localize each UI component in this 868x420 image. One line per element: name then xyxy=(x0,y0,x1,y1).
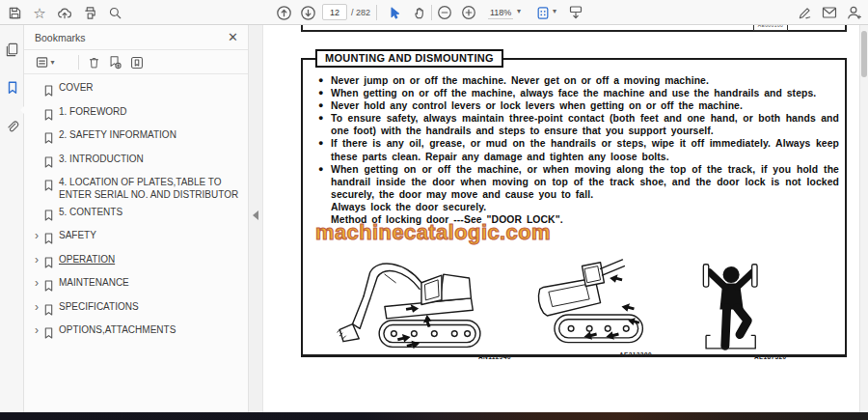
bullet-dot: ● xyxy=(318,99,331,112)
bookmark-icon xyxy=(43,230,56,248)
next-page-icon[interactable] xyxy=(297,3,318,22)
bookmark-options-icon[interactable]: ▾ xyxy=(32,53,59,71)
star-icon[interactable]: ☆ xyxy=(29,3,50,22)
bookmarks-panel-icon[interactable] xyxy=(0,73,24,102)
new-bookmark-icon[interactable] xyxy=(105,53,124,71)
print-icon[interactable] xyxy=(79,3,100,22)
fit-page-icon[interactable] xyxy=(532,3,554,22)
zoom-out-icon[interactable] xyxy=(434,3,455,22)
bookmarks-toolbar: ▾ xyxy=(24,50,248,74)
bullet-item: ● Never jump on or off the machine. Neve… xyxy=(318,74,839,87)
bullet-item: ● Never hold any control levers or lock … xyxy=(318,99,839,112)
expand-chevron-icon[interactable]: › xyxy=(30,230,43,241)
previous-page-icon[interactable] xyxy=(273,3,294,22)
fill-sign-icon[interactable] xyxy=(794,3,815,22)
expand-chevron-icon[interactable]: › xyxy=(30,277,43,289)
bookmark-icon xyxy=(43,82,56,100)
bookmark-icon xyxy=(43,106,56,125)
figures-row: AN112940 AE313290 AL187320 xyxy=(303,258,849,356)
pdf-viewer-window: ☆ / 282 118% xyxy=(0,0,868,420)
bookmark-item-specifications[interactable]: › SPECIFICATIONS xyxy=(30,301,244,320)
bookmark-item-foreword[interactable]: 1. FOREWORD xyxy=(30,106,244,125)
bookmarks-header: Bookmarks ✕ xyxy=(24,25,248,50)
expand-chevron-icon[interactable]: › xyxy=(30,254,43,266)
lock-door-line: Always lock the door securely. xyxy=(331,201,839,213)
navigation-rail xyxy=(0,25,24,412)
panel-splitter[interactable] xyxy=(249,25,263,412)
bullet-item: ● When getting on or off the machine, al… xyxy=(318,87,839,99)
tools-separator xyxy=(78,55,79,70)
figure-code-1: AN112940 xyxy=(478,353,511,360)
collapse-panel-icon[interactable] xyxy=(253,210,258,220)
scroll-mode-icon[interactable] xyxy=(565,3,586,22)
save-icon[interactable] xyxy=(4,3,25,22)
bookmark-item-contents[interactable]: 5. CONTENTS xyxy=(30,207,244,225)
share-upload-icon[interactable] xyxy=(54,3,75,22)
scrollbar-thumb[interactable] xyxy=(861,31,867,77)
bullet-item: ● To ensure safety, always maintain thre… xyxy=(318,112,839,137)
bookmark-icon xyxy=(43,154,56,172)
page-count-label: / 282 xyxy=(351,8,370,17)
bookmark-icon xyxy=(43,129,56,148)
expand-chevron-icon[interactable]: › xyxy=(30,324,43,336)
bottom-window-edge xyxy=(0,412,868,420)
excavator-rear-figure xyxy=(529,258,655,354)
bullet-dot: ● xyxy=(318,74,331,87)
page-thumbnails-icon[interactable] xyxy=(0,35,24,64)
bookmark-item-options-attachments[interactable]: › OPTIONS,ATTACHMENTS xyxy=(30,324,244,343)
figure-code-2: AE313290 xyxy=(619,351,652,358)
bookmark-icon xyxy=(43,177,56,195)
section-title: MOUNTING AND DISMOUNTING xyxy=(315,49,503,68)
bookmark-icon xyxy=(43,301,56,320)
zoom-level-value[interactable]: 118% xyxy=(488,8,513,19)
watermark-text: machinecatalogic.com xyxy=(315,220,551,245)
bookmark-item-safety[interactable]: › SAFETY xyxy=(30,230,244,248)
attachments-icon[interactable] xyxy=(0,112,24,141)
zoom-in-icon[interactable] xyxy=(458,3,479,22)
toolbar-separator xyxy=(431,5,432,20)
page-number-input[interactable] xyxy=(322,4,347,20)
safety-bullet-list: ● Never jump on or off the machine. Neve… xyxy=(318,74,839,226)
bookmarks-list: COVER 1. FOREWORD 2. SAFETY INFORMATION … xyxy=(24,74,248,343)
bullet-item: ● If there is any oil, grease, or mud on… xyxy=(318,137,839,162)
bookmarks-panel: Bookmarks ✕ ▾ COVER xyxy=(24,25,249,412)
profile-icon[interactable] xyxy=(843,3,864,22)
figure-code-3: AL187320 xyxy=(754,353,787,360)
bookmark-icon xyxy=(43,324,56,343)
search-icon[interactable] xyxy=(104,3,125,22)
three-point-contact-figure xyxy=(689,263,775,356)
bookmark-item-introduction[interactable]: 3. INTRODUCTION xyxy=(30,154,244,172)
bullet-dot: ● xyxy=(318,137,331,162)
email-icon[interactable] xyxy=(819,3,840,22)
fit-dropdown-icon[interactable]: ▾ xyxy=(553,7,556,15)
bookmark-icon xyxy=(43,254,56,272)
bullet-item: ● When getting on or off the machine, or… xyxy=(318,163,839,201)
bookmark-item-operation[interactable]: › OPERATION xyxy=(30,254,244,272)
close-panel-icon[interactable]: ✕ xyxy=(228,30,238,44)
top-toolbar: ☆ / 282 118% xyxy=(0,0,868,25)
bullet-dot: ● xyxy=(318,112,331,137)
bullet-dot: ● xyxy=(318,87,331,99)
document-scrollbar[interactable] xyxy=(859,25,868,412)
toolbar-separator xyxy=(376,5,377,20)
bookmark-item-safety-information[interactable]: 2. SAFETY INFORMATION xyxy=(30,129,244,148)
bookmark-icon xyxy=(43,207,56,225)
bookmark-item-cover[interactable]: COVER xyxy=(30,82,244,100)
delete-bookmark-icon[interactable] xyxy=(84,53,103,71)
zoom-dropdown-icon[interactable]: ▾ xyxy=(517,7,521,15)
select-tool-icon[interactable] xyxy=(384,3,405,22)
document-page: AE000100 MOUNTING AND DISMOUNTING ● Neve… xyxy=(263,25,868,412)
bookmarks-title: Bookmarks xyxy=(35,32,86,43)
bookmark-icon xyxy=(43,277,56,295)
bullet-dot: ● xyxy=(318,163,331,201)
safety-section-box: MOUNTING AND DISMOUNTING ● Never jump on… xyxy=(301,58,847,357)
excavator-side-figure xyxy=(327,258,515,354)
bookmark-item-location-of-plates[interactable]: 4. LOCATION OF PLATES,TABLE TO ENTER SER… xyxy=(30,177,244,201)
expand-chevron-icon[interactable]: › xyxy=(30,301,43,313)
expand-current-bookmark-icon[interactable] xyxy=(127,53,147,71)
bookmark-item-maintenance[interactable]: › MAINTENANCE xyxy=(30,277,244,295)
hand-tool-icon[interactable] xyxy=(409,3,430,22)
